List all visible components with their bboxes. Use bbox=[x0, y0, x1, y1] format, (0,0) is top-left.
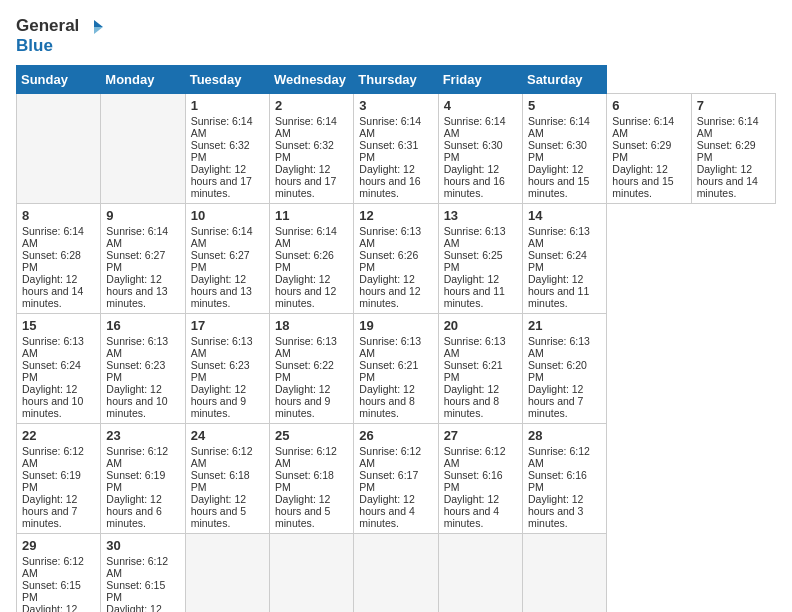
calendar-week-row: 15Sunrise: 6:13 AMSunset: 6:24 PMDayligh… bbox=[17, 314, 776, 424]
daylight-text: Daylight: 12 hours and 3 minutes. bbox=[528, 493, 583, 529]
day-number: 22 bbox=[22, 428, 95, 443]
calendar-cell: 21Sunrise: 6:13 AMSunset: 6:20 PMDayligh… bbox=[522, 314, 606, 424]
calendar-cell: 24Sunrise: 6:12 AMSunset: 6:18 PMDayligh… bbox=[185, 424, 269, 534]
sunset-text: Sunset: 6:17 PM bbox=[359, 469, 418, 493]
calendar-cell bbox=[269, 534, 353, 612]
calendar-cell: 6Sunrise: 6:14 AMSunset: 6:29 PMDaylight… bbox=[607, 94, 691, 204]
daylight-text: Daylight: 12 hours and 8 minutes. bbox=[444, 383, 499, 419]
calendar-cell bbox=[185, 534, 269, 612]
sunrise-text: Sunrise: 6:12 AM bbox=[106, 555, 168, 579]
calendar-week-row: 8Sunrise: 6:14 AMSunset: 6:28 PMDaylight… bbox=[17, 204, 776, 314]
sunset-text: Sunset: 6:18 PM bbox=[275, 469, 334, 493]
day-number: 2 bbox=[275, 98, 348, 113]
calendar-cell: 17Sunrise: 6:13 AMSunset: 6:23 PMDayligh… bbox=[185, 314, 269, 424]
calendar-cell: 7Sunrise: 6:14 AMSunset: 6:29 PMDaylight… bbox=[691, 94, 775, 204]
calendar-cell: 10Sunrise: 6:14 AMSunset: 6:27 PMDayligh… bbox=[185, 204, 269, 314]
day-number: 14 bbox=[528, 208, 601, 223]
daylight-text: Daylight: 12 hours and 2 minutes. bbox=[106, 603, 161, 612]
daylight-text: Daylight: 12 hours and 4 minutes. bbox=[444, 493, 499, 529]
sunset-text: Sunset: 6:31 PM bbox=[359, 139, 418, 163]
sunrise-text: Sunrise: 6:14 AM bbox=[191, 225, 253, 249]
daylight-text: Daylight: 12 hours and 5 minutes. bbox=[191, 493, 246, 529]
col-header-saturday: Saturday bbox=[522, 66, 606, 94]
logo-bird-icon bbox=[85, 18, 103, 36]
calendar-cell: 28Sunrise: 6:12 AMSunset: 6:16 PMDayligh… bbox=[522, 424, 606, 534]
day-number: 20 bbox=[444, 318, 517, 333]
calendar-cell: 25Sunrise: 6:12 AMSunset: 6:18 PMDayligh… bbox=[269, 424, 353, 534]
daylight-text: Daylight: 12 hours and 17 minutes. bbox=[275, 163, 336, 199]
calendar-cell: 14Sunrise: 6:13 AMSunset: 6:24 PMDayligh… bbox=[522, 204, 606, 314]
daylight-text: Daylight: 12 hours and 11 minutes. bbox=[528, 273, 589, 309]
day-number: 12 bbox=[359, 208, 432, 223]
sunrise-text: Sunrise: 6:14 AM bbox=[191, 115, 253, 139]
sunset-text: Sunset: 6:22 PM bbox=[275, 359, 334, 383]
daylight-text: Daylight: 12 hours and 12 minutes. bbox=[359, 273, 420, 309]
daylight-text: Daylight: 12 hours and 7 minutes. bbox=[22, 493, 77, 529]
sunrise-text: Sunrise: 6:12 AM bbox=[22, 555, 84, 579]
daylight-text: Daylight: 12 hours and 15 minutes. bbox=[612, 163, 673, 199]
day-number: 9 bbox=[106, 208, 179, 223]
sunrise-text: Sunrise: 6:14 AM bbox=[444, 115, 506, 139]
daylight-text: Daylight: 12 hours and 8 minutes. bbox=[359, 383, 414, 419]
day-number: 19 bbox=[359, 318, 432, 333]
day-number: 16 bbox=[106, 318, 179, 333]
daylight-text: Daylight: 12 hours and 12 minutes. bbox=[275, 273, 336, 309]
day-number: 25 bbox=[275, 428, 348, 443]
day-number: 7 bbox=[697, 98, 770, 113]
calendar-cell: 20Sunrise: 6:13 AMSunset: 6:21 PMDayligh… bbox=[438, 314, 522, 424]
calendar-cell: 3Sunrise: 6:14 AMSunset: 6:31 PMDaylight… bbox=[354, 94, 438, 204]
day-number: 21 bbox=[528, 318, 601, 333]
sunrise-text: Sunrise: 6:13 AM bbox=[528, 335, 590, 359]
sunset-text: Sunset: 6:21 PM bbox=[444, 359, 503, 383]
sunrise-text: Sunrise: 6:14 AM bbox=[359, 115, 421, 139]
sunrise-text: Sunrise: 6:14 AM bbox=[275, 115, 337, 139]
logo: General Blue bbox=[16, 16, 103, 55]
sunrise-text: Sunrise: 6:12 AM bbox=[528, 445, 590, 469]
sunset-text: Sunset: 6:29 PM bbox=[612, 139, 671, 163]
sunset-text: Sunset: 6:19 PM bbox=[106, 469, 165, 493]
calendar-cell: 15Sunrise: 6:13 AMSunset: 6:24 PMDayligh… bbox=[17, 314, 101, 424]
calendar-cell: 29Sunrise: 6:12 AMSunset: 6:15 PMDayligh… bbox=[17, 534, 101, 612]
sunset-text: Sunset: 6:24 PM bbox=[528, 249, 587, 273]
day-number: 18 bbox=[275, 318, 348, 333]
calendar-cell: 12Sunrise: 6:13 AMSunset: 6:26 PMDayligh… bbox=[354, 204, 438, 314]
calendar-cell: 8Sunrise: 6:14 AMSunset: 6:28 PMDaylight… bbox=[17, 204, 101, 314]
sunset-text: Sunset: 6:15 PM bbox=[106, 579, 165, 603]
sunrise-text: Sunrise: 6:14 AM bbox=[528, 115, 590, 139]
day-number: 6 bbox=[612, 98, 685, 113]
sunset-text: Sunset: 6:23 PM bbox=[106, 359, 165, 383]
sunrise-text: Sunrise: 6:14 AM bbox=[697, 115, 759, 139]
calendar-cell: 5Sunrise: 6:14 AMSunset: 6:30 PMDaylight… bbox=[522, 94, 606, 204]
sunset-text: Sunset: 6:24 PM bbox=[22, 359, 81, 383]
col-header-tuesday: Tuesday bbox=[185, 66, 269, 94]
day-number: 1 bbox=[191, 98, 264, 113]
daylight-text: Daylight: 12 hours and 15 minutes. bbox=[528, 163, 589, 199]
calendar-cell: 2Sunrise: 6:14 AMSunset: 6:32 PMDaylight… bbox=[269, 94, 353, 204]
sunset-text: Sunset: 6:32 PM bbox=[275, 139, 334, 163]
sunset-text: Sunset: 6:32 PM bbox=[191, 139, 250, 163]
calendar-cell: 13Sunrise: 6:13 AMSunset: 6:25 PMDayligh… bbox=[438, 204, 522, 314]
sunset-text: Sunset: 6:15 PM bbox=[22, 579, 81, 603]
sunrise-text: Sunrise: 6:12 AM bbox=[275, 445, 337, 469]
day-number: 8 bbox=[22, 208, 95, 223]
sunset-text: Sunset: 6:27 PM bbox=[106, 249, 165, 273]
daylight-text: Daylight: 12 hours and 16 minutes. bbox=[359, 163, 420, 199]
daylight-text: Daylight: 12 hours and 10 minutes. bbox=[106, 383, 167, 419]
sunset-text: Sunset: 6:28 PM bbox=[22, 249, 81, 273]
calendar-cell: 23Sunrise: 6:12 AMSunset: 6:19 PMDayligh… bbox=[101, 424, 185, 534]
calendar-cell bbox=[354, 534, 438, 612]
sunrise-text: Sunrise: 6:12 AM bbox=[191, 445, 253, 469]
calendar-cell: 11Sunrise: 6:14 AMSunset: 6:26 PMDayligh… bbox=[269, 204, 353, 314]
svg-marker-1 bbox=[94, 27, 103, 34]
daylight-text: Daylight: 12 hours and 10 minutes. bbox=[22, 383, 83, 419]
day-number: 24 bbox=[191, 428, 264, 443]
sunrise-text: Sunrise: 6:13 AM bbox=[106, 335, 168, 359]
sunset-text: Sunset: 6:29 PM bbox=[697, 139, 756, 163]
day-number: 13 bbox=[444, 208, 517, 223]
daylight-text: Daylight: 12 hours and 16 minutes. bbox=[444, 163, 505, 199]
sunrise-text: Sunrise: 6:14 AM bbox=[22, 225, 84, 249]
sunrise-text: Sunrise: 6:13 AM bbox=[444, 335, 506, 359]
sunrise-text: Sunrise: 6:13 AM bbox=[22, 335, 84, 359]
sunset-text: Sunset: 6:30 PM bbox=[444, 139, 503, 163]
sunrise-text: Sunrise: 6:13 AM bbox=[444, 225, 506, 249]
